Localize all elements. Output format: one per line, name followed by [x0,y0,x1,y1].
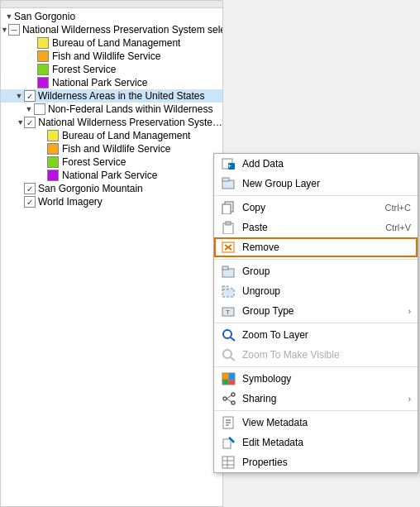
expander-icon[interactable]: ▼ [24,105,34,113]
panel-container: ▼San Gorgonio▼National Wilderness Preser… [0,0,420,507]
context-menu: + Add Data New Group Layer CopyCtrl+C Pa… [213,153,418,473]
toc-header [1,1,222,8]
menu-item-group-type[interactable]: T Group Type› [214,301,418,321]
menu-item-symbology[interactable]: Symbology [214,369,418,389]
menu-label-remove: Remove [242,242,411,253]
menu-label-sharing: Sharing [242,393,408,404]
menu-item-copy[interactable]: CopyCtrl+C [214,198,418,218]
svg-rect-38 [222,457,234,468]
group-type-icon: T [221,304,237,318]
toc-item-label: Forest Service [62,156,126,168]
toc-item-world-imagery[interactable]: World Imagery [1,195,222,208]
menu-item-zoom-to-layer[interactable]: Zoom To Layer [214,325,418,345]
toc-item-label: Wilderness Areas in the United States [38,90,204,102]
menu-item-add-data[interactable]: + Add Data [214,154,418,174]
legend-color [37,64,49,75]
svg-rect-35 [223,439,231,448]
menu-label-view-metadata: View Metadata [242,417,411,428]
toc-item-label: San Gorgonio Mountain [38,183,143,194]
svg-rect-25 [229,380,235,385]
toc-item-label: Bureau of Land Management [62,130,190,141]
layer-checkbox[interactable] [24,196,36,208]
add-data-icon: + [221,157,237,170]
toc-item-san-gorgonio[interactable]: ▼San Gorgonio [1,10,222,23]
toc-item-wilderness-us[interactable]: ▼Wilderness Areas in the United States [1,89,222,103]
legend-color [37,37,49,49]
menu-item-sharing[interactable]: Sharing› [214,389,418,409]
menu-item-view-metadata[interactable]: View Metadata [214,413,418,433]
svg-line-19 [231,337,235,341]
layer-checkbox[interactable] [24,183,36,194]
menu-item-ungroup[interactable]: Ungroup [214,281,418,301]
layer-checkbox[interactable] [24,117,36,128]
toc-item-blm[interactable]: Bureau of Land Management [1,36,222,50]
legend-color [47,130,59,141]
layer-checkbox[interactable] [8,24,20,36]
legend-color [47,156,59,168]
svg-point-27 [231,401,235,404]
menu-label-copy: Copy [242,202,385,213]
toc-item-fws[interactable]: Fish and Wildlife Service [1,50,222,63]
menu-separator [214,195,418,196]
svg-rect-4 [222,178,229,181]
paste-icon [221,221,237,234]
edit-metadata-icon [221,436,237,449]
toc-item-non-federal[interactable]: ▼Non-Federal Lands within Wilderness [1,103,222,116]
menu-item-properties[interactable]: Properties [214,452,418,472]
copy-icon [221,201,237,214]
toc-item-nwps-selection2[interactable]: ▼National Wilderness Preservation Syste… [1,116,222,129]
menu-label-properties: Properties [242,457,411,468]
menu-item-remove[interactable]: Remove [214,237,418,257]
group-icon [221,265,237,278]
svg-line-29 [227,395,231,399]
svg-point-18 [223,330,231,338]
expander-icon[interactable]: ▼ [17,118,24,127]
toc-item-blm2[interactable]: Bureau of Land Management [1,129,222,142]
expander-icon[interactable]: ▼ [14,92,24,100]
sharing-icon [221,392,237,405]
legend-color [47,143,59,155]
svg-point-26 [231,393,235,396]
legend-color [37,50,49,62]
group-layer-icon [221,177,237,190]
remove-icon [221,241,237,254]
menu-item-edit-metadata[interactable]: Edit Metadata [214,433,418,452]
layer-checkbox[interactable] [24,90,36,102]
menu-separator [214,410,418,411]
layer-checkbox[interactable] [34,103,45,115]
view-metadata-icon [221,416,237,429]
ungroup-icon [221,285,237,298]
menu-label-edit-metadata: Edit Metadata [242,437,411,448]
toc-item-san-gorgonio-mtn[interactable]: San Gorgonio Mountain [1,182,222,195]
toc-item-label: Non-Federal Lands within Wilderness [48,103,212,115]
menu-item-paste[interactable]: PasteCtrl+V [214,218,418,237]
zoom-to-make-visible-icon [221,348,237,361]
expander-icon[interactable]: ▼ [1,26,8,34]
menu-item-new-group-layer[interactable]: New Group Layer [214,174,418,194]
expander-icon[interactable]: ▼ [4,12,14,21]
toc-item-forest[interactable]: Forest Service [1,63,222,76]
toc-item-nwps-selection[interactable]: ▼National Wilderness Preservation System… [1,23,222,36]
toc-item-label: Forest Service [52,64,116,75]
toc-item-label: National Park Service [62,170,157,181]
toc-item-forest2[interactable]: Forest Service [1,155,222,169]
submenu-arrow-sharing: › [408,395,411,404]
svg-rect-6 [222,204,231,214]
menu-label-zoom-to-make-visible: Zoom To Make Visible [242,349,411,361]
shortcut-copy: Ctrl+C [385,203,411,213]
zoom-to-layer-icon [221,328,237,342]
toc-item-label: Bureau of Land Management [52,37,180,49]
svg-line-30 [227,399,231,402]
toc-item-label: National Wilderness Preservation Syste… [38,117,222,128]
symbology-icon [221,372,237,385]
toc-item-fws2[interactable]: Fish and Wildlife Service [1,142,222,155]
toc-item-label: Fish and Wildlife Service [52,50,160,62]
svg-rect-13 [222,266,228,270]
toc-panel: ▼San Gorgonio▼National Wilderness Preser… [0,0,223,507]
menu-item-group[interactable]: Group [214,261,418,281]
menu-label-group: Group [242,265,411,277]
menu-label-add-data: Add Data [242,158,411,170]
toc-item-nps[interactable]: National Park Service [1,76,222,89]
toc-item-nps2[interactable]: National Park Service [1,169,222,182]
toc-body: ▼San Gorgonio▼National Wilderness Preser… [1,8,222,210]
